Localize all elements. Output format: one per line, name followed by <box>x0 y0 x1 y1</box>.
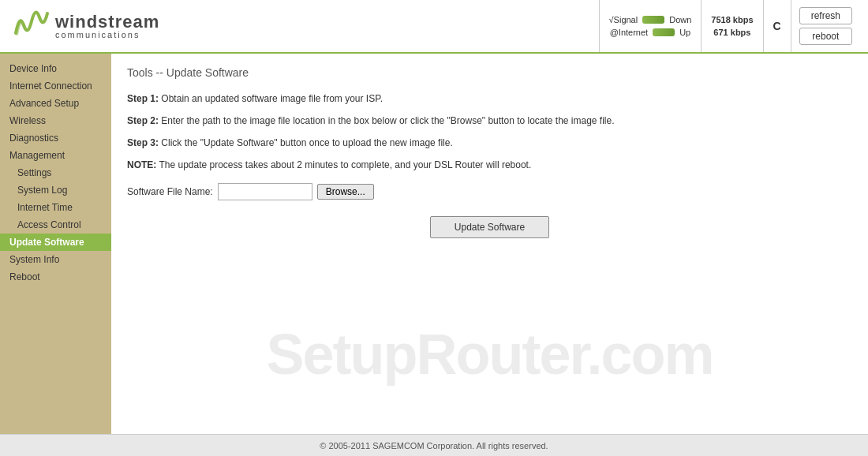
sidebar-item-reboot[interactable]: Reboot <box>0 268 111 286</box>
sidebar-item-internet-connection[interactable]: Internet Connection <box>0 77 111 95</box>
sidebar-item-diagnostics[interactable]: Diagnostics <box>0 129 111 147</box>
sidebar-item-internet-time[interactable]: Internet Time <box>0 199 111 216</box>
sidebar-item-settings[interactable]: Settings <box>0 164 111 181</box>
logo-text: windstream communications <box>55 13 159 39</box>
step3-text: Click the "Update Software" button once … <box>161 137 452 148</box>
update-software-button[interactable]: Update Software <box>430 216 549 238</box>
header: windstream communications √Signal Down @… <box>0 0 868 54</box>
up-speed-value: 671 kbps <box>713 28 750 37</box>
sidebar-item-advanced-setup[interactable]: Advanced Setup <box>0 95 111 112</box>
footer-text: © 2005-2011 SAGEMCOM Corporation. All ri… <box>320 441 548 450</box>
step1-label: Step 1: <box>127 93 159 104</box>
file-row: Software File Name: Browse... <box>127 183 852 200</box>
logo-icon <box>8 2 55 51</box>
sidebar-item-device-info[interactable]: Device Info <box>0 60 111 77</box>
refresh-button[interactable]: refresh <box>799 7 852 24</box>
page-title: Tools -- Update Software <box>127 66 852 79</box>
sidebar-item-access-control[interactable]: Access Control <box>0 216 111 234</box>
watermark: SetupRouter.com <box>111 322 868 387</box>
sidebar-item-system-info[interactable]: System Info <box>0 251 111 268</box>
step2-text: Enter the path to the image file locatio… <box>161 115 614 126</box>
c-value: C <box>773 20 781 32</box>
up-speed-row: 671 kbps <box>713 26 750 39</box>
sidebar-item-system-log[interactable]: System Log <box>0 181 111 199</box>
sidebar-item-wireless[interactable]: Wireless <box>0 112 111 129</box>
signal-row: √Signal Down <box>609 13 692 26</box>
note-text: The update process takes about 2 minutes… <box>159 159 531 170</box>
step1-text: Obtain an updated software image file fr… <box>161 93 383 104</box>
status-area: √Signal Down @Internet Up 7518 kbps 671 … <box>599 0 860 52</box>
step3-label: Step 3: <box>127 137 159 148</box>
sidebar: Device Info Internet Connection Advanced… <box>0 54 111 434</box>
logo-area: windstream communications <box>8 2 159 51</box>
down-speed-row: 7518 kbps <box>711 13 753 26</box>
action-buttons: refresh reboot <box>791 0 860 52</box>
logo-communications-text: communications <box>55 31 159 39</box>
content-area: Tools -- Update Software Step 1: Obtain … <box>111 54 868 434</box>
main-layout: Device Info Internet Connection Advanced… <box>0 54 868 434</box>
note: NOTE: The update process takes about 2 m… <box>127 158 852 172</box>
step2: Step 2: Enter the path to the image file… <box>127 114 852 128</box>
speed-status: 7518 kbps 671 kbps <box>701 0 762 52</box>
step3: Step 3: Click the "Update Software" butt… <box>127 136 852 150</box>
sidebar-item-management[interactable]: Management <box>0 147 111 164</box>
logo-windstream-text: windstream <box>55 13 159 31</box>
signal-label: √Signal <box>609 15 638 24</box>
down-speed-value: 7518 kbps <box>711 15 753 24</box>
reboot-button[interactable]: reboot <box>799 28 852 45</box>
internet-indicator <box>653 28 675 36</box>
step2-label: Step 2: <box>127 115 159 126</box>
c-status: C <box>763 0 791 52</box>
update-btn-row: Update Software <box>127 216 852 238</box>
internet-row: @Internet Up <box>610 26 691 39</box>
note-label: NOTE: <box>127 159 156 170</box>
signal-status: √Signal Down @Internet Up <box>599 0 702 52</box>
browse-button[interactable]: Browse... <box>317 184 374 200</box>
down-label: Down <box>669 15 691 24</box>
internet-label: @Internet <box>610 28 648 37</box>
sidebar-item-update-software[interactable]: Update Software <box>0 234 111 251</box>
signal-indicator <box>642 16 664 24</box>
up-label: Up <box>679 28 690 37</box>
file-input[interactable] <box>218 183 312 200</box>
footer: © 2005-2011 SAGEMCOM Corporation. All ri… <box>0 434 868 456</box>
file-label: Software File Name: <box>127 186 213 197</box>
step1: Step 1: Obtain an updated software image… <box>127 92 852 106</box>
